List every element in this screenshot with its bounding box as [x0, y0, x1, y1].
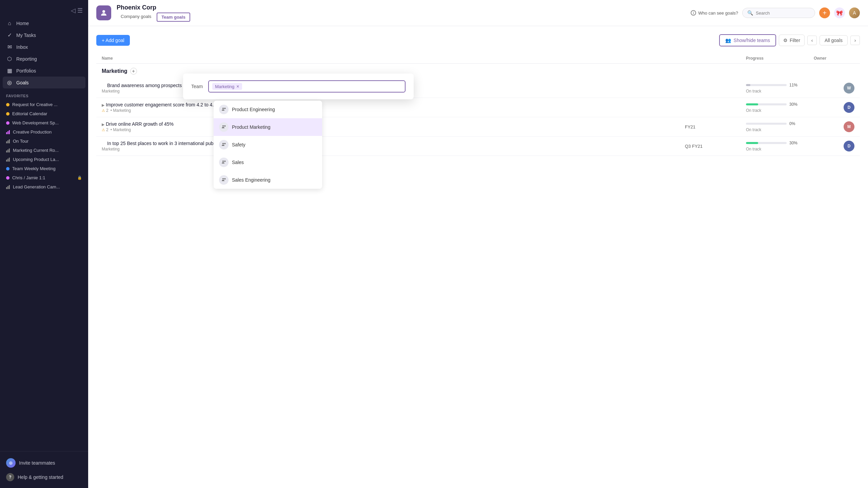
- sidebar-bottom: ⊕ Invite teammates ? Help & getting star…: [0, 451, 88, 488]
- show-hide-teams-button[interactable]: 👥 Show/hide teams: [719, 34, 776, 46]
- sidebar-item-web-development[interactable]: Web Development Sp...: [3, 118, 85, 127]
- sidebar-label-goals: Goals: [16, 80, 29, 85]
- owner-avatar[interactable]: D: [844, 141, 854, 151]
- avatar-image: A: [849, 7, 860, 18]
- fav-dot-chris-jamie: [6, 176, 9, 180]
- sidebar-item-reporting[interactable]: ⬡Reporting: [3, 53, 85, 65]
- help-button[interactable]: ? Help & getting started: [3, 470, 85, 484]
- tab-company-goals[interactable]: Company goals: [117, 13, 155, 22]
- goal-sub: ⚠2 • Marketing: [102, 127, 685, 132]
- sidebar-item-portfolios[interactable]: ▦Portfolios: [3, 65, 85, 77]
- sidebar-label-home: Home: [16, 21, 29, 26]
- sidebar-item-home[interactable]: ⌂Home: [3, 18, 85, 29]
- sidebar-item-my-tasks[interactable]: ✓My Tasks: [3, 29, 85, 41]
- svg-point-2: [224, 108, 225, 109]
- search-box[interactable]: 🔍: [742, 8, 815, 18]
- table-header: Name Progress Owner: [96, 53, 860, 64]
- sidebar-item-creative-production[interactable]: Creative Production: [3, 127, 85, 137]
- info-icon: i: [691, 10, 696, 16]
- goal-name: In top 25 Best places to work in 3 inter…: [102, 141, 685, 146]
- prev-arrow[interactable]: ‹: [807, 36, 817, 45]
- fav-dot-request-creative: [6, 103, 9, 106]
- sidebar: ◁ ☰ ⌂Home✓My Tasks✉Inbox⬡Reporting▦Portf…: [0, 0, 88, 488]
- next-arrow[interactable]: ›: [850, 36, 860, 45]
- sidebar-item-on-tour[interactable]: On Tour: [3, 137, 85, 146]
- sidebar-item-marketing-current[interactable]: Marketing Current Ro...: [3, 146, 85, 155]
- svg-point-4: [224, 125, 225, 127]
- team-option-safety[interactable]: Safety: [214, 136, 322, 154]
- section-name: Marketing: [102, 68, 127, 74]
- team-name-product-engineering: Product Engineering: [232, 107, 275, 112]
- svg-point-3: [222, 125, 224, 127]
- fav-bar-on-tour: [6, 139, 10, 143]
- fav-label-team-weekly: Team Weekly Meeting: [12, 166, 56, 171]
- all-goals-dropdown[interactable]: All goals: [820, 35, 848, 45]
- goal-progress: 30% On track: [746, 102, 814, 113]
- filter-button[interactable]: ⚙ Filter: [779, 35, 805, 46]
- my-tasks-icon: ✓: [6, 32, 13, 38]
- svg-point-7: [222, 161, 224, 162]
- sidebar-toggle[interactable]: ◁ ☰: [0, 0, 88, 18]
- who-can-see-goals[interactable]: i Who can see goals?: [691, 10, 738, 16]
- team-name-safety: Safety: [232, 142, 245, 147]
- avatar[interactable]: A: [849, 7, 860, 18]
- add-button[interactable]: +: [819, 7, 830, 18]
- sidebar-label-portfolios: Portfolios: [16, 68, 36, 74]
- goal-name: ▶Drive online ARR growth of 45%: [102, 121, 685, 127]
- team-search-input[interactable]: [245, 84, 272, 89]
- sidebar-nav: ⌂Home✓My Tasks✉Inbox⬡Reporting▦Portfolio…: [0, 18, 88, 88]
- team-icon-product-engineering: [219, 105, 229, 114]
- notification-icon[interactable]: 🎀: [834, 7, 845, 18]
- team-filter-label: Team: [191, 84, 203, 89]
- add-goal-button[interactable]: + Add goal: [96, 35, 130, 46]
- sidebar-item-goals[interactable]: ◎Goals: [3, 77, 85, 88]
- section-add-button[interactable]: +: [130, 68, 137, 75]
- sidebar-item-request-creative[interactable]: Request for Creative ...: [3, 100, 85, 109]
- progress-text: 30%: [789, 102, 797, 107]
- sidebar-item-editorial-calendar[interactable]: Editorial Calendar: [3, 109, 85, 118]
- goal-period: Q3 FY21: [685, 144, 746, 149]
- team-option-product-engineering[interactable]: Product Engineering: [214, 101, 322, 118]
- sidebar-item-chris-jamie[interactable]: Chris / Jamie 1:1🔒: [3, 173, 85, 182]
- owner-avatar[interactable]: D: [844, 102, 854, 113]
- table-row[interactable]: ▶Drive online ARR growth of 45% ⚠2 • Mar…: [96, 117, 860, 137]
- expand-arrow[interactable]: ▶: [102, 122, 104, 126]
- inbox-icon: ✉: [6, 44, 13, 50]
- who-can-see-label: Who can see goals?: [698, 11, 738, 16]
- fav-dot-web-development: [6, 121, 9, 125]
- filter-label: Filter: [790, 38, 800, 43]
- org-tabs: Company goals Team goals: [117, 13, 685, 22]
- tag-remove[interactable]: ×: [236, 84, 239, 89]
- goal-name: ▶Improve customer engagement score from …: [102, 102, 685, 107]
- table-row[interactable]: In top 25 Best places to work in 3 inter…: [96, 137, 860, 156]
- sidebar-item-team-weekly[interactable]: Team Weekly Meeting: [3, 164, 85, 173]
- team-option-product-marketing[interactable]: Product Marketing: [214, 118, 322, 136]
- search-input[interactable]: [756, 11, 810, 16]
- sidebar-label-my-tasks: My Tasks: [16, 33, 36, 38]
- expand-arrow[interactable]: ▶: [102, 103, 104, 107]
- favorites-label: Favorites: [0, 88, 88, 100]
- team-option-sales[interactable]: Sales: [214, 154, 322, 171]
- sidebar-item-lead-generation[interactable]: Lead Generation Cam...: [3, 182, 85, 191]
- table-row[interactable]: ▶Improve customer engagement score from …: [96, 98, 860, 117]
- sidebar-item-inbox[interactable]: ✉Inbox: [3, 41, 85, 53]
- team-tag-input[interactable]: Marketing ×: [208, 80, 406, 93]
- team-icon-sales-engineering: [219, 175, 229, 185]
- progress-bar-fill: [746, 142, 758, 144]
- invite-teammates-button[interactable]: ⊕ Invite teammates: [3, 455, 85, 470]
- owner-avatar[interactable]: W: [844, 83, 854, 94]
- owner-col: D: [814, 141, 854, 151]
- fav-label-editorial-calendar: Editorial Calendar: [12, 111, 47, 116]
- team-icon-sales: [219, 158, 229, 167]
- search-icon: 🔍: [747, 10, 753, 16]
- owner-avatar[interactable]: M: [844, 121, 854, 132]
- team-option-sales-engineering[interactable]: Sales Engineering: [214, 171, 322, 189]
- sidebar-label-reporting: Reporting: [16, 56, 37, 62]
- goal-period: FY21: [685, 124, 746, 129]
- tab-team-goals[interactable]: Team goals: [157, 13, 190, 22]
- team-name-product-marketing: Product Marketing: [232, 124, 271, 130]
- invite-label: Invite teammates: [19, 460, 55, 466]
- sidebar-item-upcoming-product[interactable]: Upcoming Product La...: [3, 155, 85, 164]
- header-actions: i Who can see goals? 🔍 + 🎀 A: [691, 7, 860, 18]
- org-logo: [96, 5, 111, 20]
